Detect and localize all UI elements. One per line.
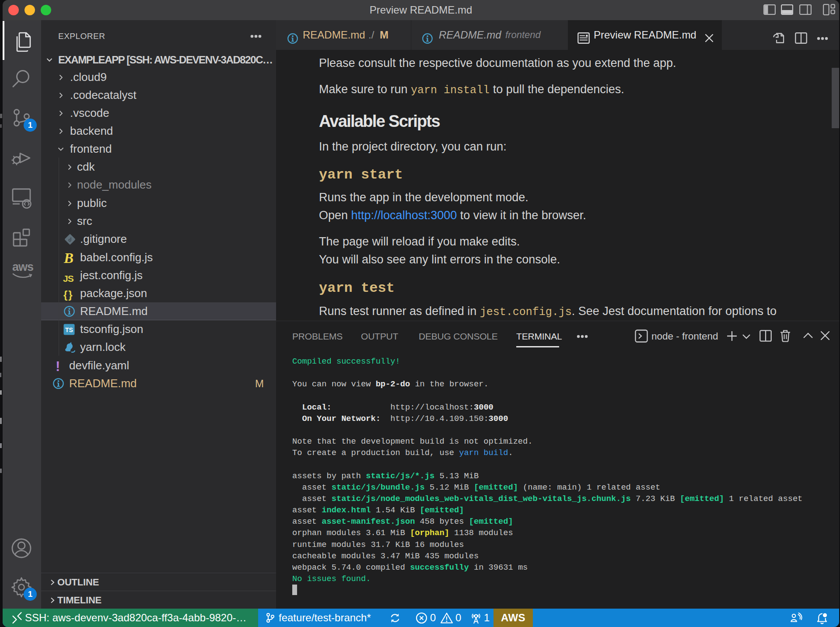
svg-text:TS: TS [65,326,73,333]
